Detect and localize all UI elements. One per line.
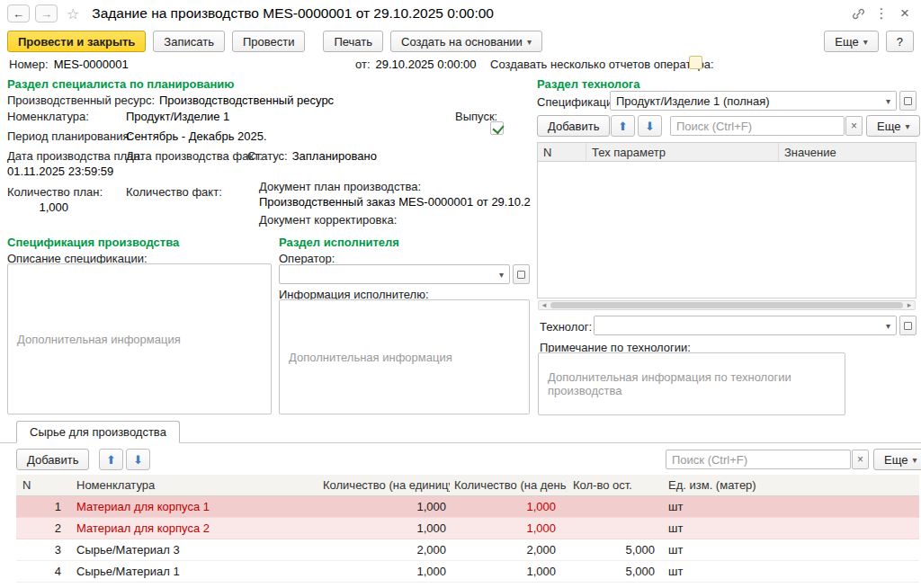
cell-qty-per-day: 1,000: [450, 518, 567, 539]
release-checkbox[interactable]: [490, 121, 504, 135]
close-icon[interactable]: ×: [896, 4, 914, 22]
chevron-down-icon: ▾: [527, 37, 532, 47]
date-plan-value[interactable]: 01.11.2025 23:59:59: [7, 165, 113, 178]
materials-search-input[interactable]: [666, 450, 850, 468]
back-button[interactable]: ←: [7, 4, 30, 22]
materials-search-clear-button[interactable]: ×: [852, 450, 869, 469]
help-button[interactable]: ?: [886, 31, 914, 52]
date-fact-label: Дата производства факт:: [126, 149, 263, 163]
table-row[interactable]: 3 Сырье/Материал 3 2,000 2,000 5,000 шт: [16, 539, 919, 561]
materials-more-button[interactable]: Еще ▾: [873, 449, 921, 470]
more-menu-icon[interactable]: ⋮: [872, 4, 890, 22]
number-value[interactable]: MES-0000001: [54, 58, 129, 71]
cell-unit: шт: [661, 539, 919, 560]
forward-button[interactable]: →: [35, 4, 58, 22]
date-label: от:: [355, 58, 371, 71]
materials-move-up-button[interactable]: ⬆: [99, 449, 123, 470]
doc-plan-label: Документ план производства:: [259, 180, 421, 193]
cell-qty-per-unit: 1,000: [319, 561, 450, 582]
cell-unit: шт: [661, 561, 919, 582]
tech-move-up-button[interactable]: ⬆: [611, 115, 635, 137]
tech-search-input[interactable]: [671, 117, 844, 135]
toolbar-more-button[interactable]: Еще ▾: [824, 31, 878, 52]
tech-spec-select[interactable]: Продукт/Изделие 1 (полная) ▾: [610, 91, 897, 111]
date-value[interactable]: 29.10.2025 0:00:00: [376, 58, 477, 71]
write-button[interactable]: Записать: [153, 31, 225, 52]
operator-open-button[interactable]: [513, 264, 530, 284]
cell-nomenclature: Сырье/Материал 3: [72, 539, 319, 560]
number-label: Номер:: [9, 58, 49, 71]
doc-plan-value[interactable]: Производственный заказ MES-0000001 от 29…: [259, 195, 531, 209]
production-task-window: ← → ☆ Задание на производство MES-000000…: [0, 0, 921, 588]
tech-note-input[interactable]: Дополнительная информация по технологии …: [538, 352, 845, 415]
materials-search: [666, 450, 851, 469]
materials-add-button[interactable]: Добавить: [16, 449, 89, 470]
col-unit[interactable]: Ед. изм. (матер): [661, 475, 919, 495]
table-row[interactable]: 2 Материал для корпуса 2 1,000 1,000 шт: [16, 518, 919, 539]
qty-plan-label: Количество план:: [7, 185, 103, 199]
multiple-reports-label: Создавать несколько отчетов оператора:: [490, 58, 714, 71]
technologist-label: Технолог:: [540, 320, 592, 334]
open-form-icon: [904, 322, 912, 330]
cell-qty-per-unit: 1,000: [319, 496, 450, 517]
tech-more-button[interactable]: Еще ▾: [866, 115, 920, 137]
date-field-group: от: 29.10.2025 0:00:00: [355, 58, 477, 71]
get-link-icon[interactable]: [849, 4, 867, 22]
table-row[interactable]: 1 Материал для корпуса 1 1,000 1,000 шт: [16, 496, 919, 518]
resource-value[interactable]: Производстводственный ресурс: [159, 94, 334, 107]
col-n[interactable]: N: [16, 475, 72, 495]
create-based-on-button[interactable]: Создать на основании ▾: [390, 31, 542, 52]
create-based-on-label: Создать на основании: [401, 35, 523, 49]
planning-period-value[interactable]: Сентябрь - Декабрь 2025.: [126, 129, 267, 143]
tech-table-hscrollbar[interactable]: ◂ ▸: [538, 300, 916, 310]
cell-qty-per-day: 1,000: [450, 496, 567, 517]
scroll-thumb[interactable]: [550, 302, 903, 308]
col-nomenclature[interactable]: Номенклатура: [72, 475, 319, 495]
materials-more-label: Еще: [884, 453, 908, 467]
materials-move-down-button[interactable]: ⬇: [126, 449, 150, 470]
resource-field-group: Производственный ресурс: Производстводст…: [7, 94, 334, 107]
tech-move-down-button[interactable]: ⬇: [638, 115, 662, 137]
favorite-star-icon[interactable]: ☆: [67, 5, 79, 22]
tech-table-body[interactable]: [537, 162, 917, 298]
qty-plan-value[interactable]: 1,000: [7, 200, 68, 214]
cell-nomenclature: Материал для корпуса 2: [72, 518, 319, 539]
cell-qty-per-unit: 1,000: [319, 518, 450, 539]
tech-spec-open-button[interactable]: [899, 91, 917, 111]
tech-col-param[interactable]: Тех параметр: [586, 143, 779, 161]
scroll-right-icon[interactable]: ▸: [904, 301, 915, 309]
tech-search: [670, 116, 845, 136]
col-qty-rest[interactable]: Кол-во ост.: [567, 475, 661, 495]
scroll-left-icon[interactable]: ◂: [539, 301, 550, 309]
chevron-down-icon: ▾: [863, 37, 868, 47]
print-button[interactable]: Печать: [323, 31, 383, 52]
materials-table-header: N Номенклатура Количество (на единицу) К…: [16, 475, 919, 496]
table-row[interactable]: 4 Сырье/Материал 1 1,000 1,000 5,000 шт: [16, 561, 919, 583]
cell-n: 1: [16, 496, 72, 517]
dropdown-icon[interactable]: ▾: [881, 321, 896, 331]
executor-info-input[interactable]: Дополнительная информация: [279, 299, 530, 414]
spec-section-title: Спецификация производства: [7, 236, 179, 249]
cell-qty-rest: 5,000: [567, 561, 661, 582]
col-qty-per-day[interactable]: Количество (на день): [450, 475, 567, 495]
operator-input[interactable]: ▾: [279, 264, 510, 284]
cell-qty-rest: [567, 496, 661, 517]
tech-note-placeholder: Дополнительная информация по технологии …: [548, 370, 836, 397]
cell-nomenclature: Материал для корпуса 1: [72, 496, 319, 517]
dropdown-icon[interactable]: ▾: [494, 270, 509, 280]
dropdown-icon[interactable]: ▾: [881, 96, 896, 106]
operator-label: Оператор:: [279, 252, 335, 265]
tech-add-button[interactable]: Добавить: [537, 115, 610, 137]
col-qty-per-unit[interactable]: Количество (на единицу): [319, 475, 450, 495]
multiple-reports-checkbox[interactable]: [689, 56, 702, 69]
tab-materials[interactable]: Сырье для производства: [16, 421, 180, 443]
technologist-open-button[interactable]: [899, 316, 917, 335]
technologist-input[interactable]: ▾: [594, 316, 897, 335]
post-button[interactable]: Провести: [232, 31, 306, 52]
post-and-close-button[interactable]: Провести и закрыть: [7, 31, 146, 52]
nomenclature-value[interactable]: Продукт/Изделие 1: [126, 110, 229, 123]
tech-search-clear-button[interactable]: ×: [845, 116, 863, 136]
spec-description-input[interactable]: Дополнительная информация: [7, 263, 272, 414]
tech-col-value[interactable]: Значение: [779, 143, 916, 161]
tech-col-n[interactable]: N: [538, 143, 586, 161]
